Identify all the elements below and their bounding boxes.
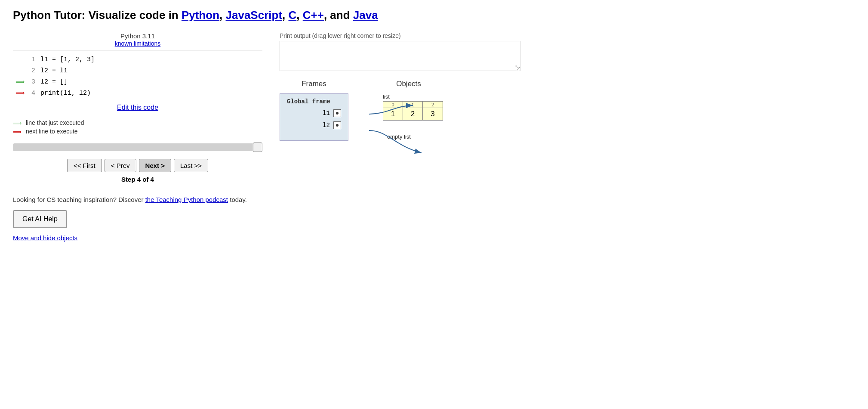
python-link[interactable]: Python — [182, 9, 219, 22]
python-version: Python 3.11 — [13, 32, 262, 40]
next-button[interactable]: Next > — [139, 159, 171, 172]
pointer-dot-l1 — [336, 112, 339, 115]
title-prefix: Python Tutor: Visualize code in — [13, 9, 182, 22]
cell-index-2: 2 — [423, 102, 443, 108]
podcast-link[interactable]: the Teaching Python podcast — [145, 196, 228, 203]
list-cells: 0 1 1 2 2 3 — [383, 101, 443, 121]
legend-red-text: next line to execute — [26, 128, 78, 135]
main-layout: Python 3.11 known limitations ⟹ 1 l1 = [… — [13, 32, 855, 242]
slider-container — [13, 143, 262, 153]
resize-corner: ⤡ — [515, 64, 519, 70]
var-l2: l2 — [320, 122, 330, 129]
legend: line that just executed next line to exe… — [13, 119, 262, 135]
cell-value-1: 2 — [407, 108, 418, 120]
ai-help-button[interactable]: Get AI Help — [13, 210, 67, 228]
legend-green: line that just executed — [13, 119, 262, 126]
line-code-4: print(l1, l2) — [40, 90, 91, 97]
edit-link-container: Edit this code — [13, 104, 262, 112]
print-output-label: Print output (drag lower right corner to… — [280, 32, 855, 39]
line-code-1: l1 = [1, 2, 3] — [40, 56, 95, 63]
line-num-1: 1 — [27, 56, 35, 63]
frames-header: Frames — [302, 80, 326, 88]
objects-header: Objects — [396, 80, 421, 88]
pointer-l2 — [333, 121, 341, 129]
arrow-3-green: ⟹ — [13, 78, 25, 86]
prev-button[interactable]: < Prev — [105, 159, 136, 172]
code-line-1: ⟹ 1 l1 = [1, 2, 3] — [13, 54, 262, 65]
var-l1: l1 — [320, 110, 330, 117]
left-panel: Python 3.11 known limitations ⟹ 1 l1 = [… — [13, 32, 262, 242]
step-slider[interactable] — [13, 143, 262, 151]
legend-green-arrow — [13, 120, 22, 126]
page-title: Python Tutor: Visualize code in Python, … — [13, 9, 855, 22]
java-link[interactable]: Java — [353, 9, 378, 22]
frame-row-l2: l2 — [287, 121, 341, 129]
empty-list-label: empty list — [387, 133, 411, 140]
cell-value-0: 1 — [388, 108, 398, 120]
legend-green-text: line that just executed — [26, 119, 84, 126]
line-code-2: l2 = l1 — [40, 67, 68, 74]
edit-code-link[interactable]: Edit this code — [117, 104, 158, 111]
code-line-2: ⟹ 2 l2 = l1 — [13, 65, 262, 76]
global-frame-box: Global frame l1 l2 — [280, 93, 348, 141]
code-header: Python 3.11 known limitations — [13, 32, 262, 47]
last-button[interactable]: Last >> — [174, 159, 208, 172]
code-line-3: ⟹ 3 l2 = [] — [13, 76, 262, 87]
pointer-dot-l2 — [336, 124, 339, 127]
podcast-text: Looking for CS teaching inspiration? Dis… — [13, 196, 262, 203]
line-num-4: 4 — [27, 90, 35, 97]
right-panel: Print output (drag lower right corner to… — [280, 32, 855, 141]
nav-buttons: << First < Prev Next > Last >> — [13, 159, 262, 172]
frames-column: Frames Global frame l1 l2 — [280, 80, 348, 141]
list-label: list — [383, 93, 443, 100]
global-frame-title: Global frame — [287, 98, 341, 105]
pointer-l1 — [333, 109, 341, 117]
frames-objects-area: Frames Global frame l1 l2 — [280, 80, 855, 141]
line-code-3: l2 = [] — [40, 78, 68, 86]
line-num-2: 2 — [27, 67, 35, 74]
code-line-4: ⟹ 4 print(l1, l2) — [13, 87, 262, 99]
step-info: Step 4 of 4 — [13, 176, 262, 183]
code-block: ⟹ 1 l1 = [1, 2, 3] ⟹ 2 l2 = l1 ⟹ 3 l2 = … — [13, 50, 262, 99]
legend-red-arrow — [13, 128, 22, 134]
move-objects-link[interactable]: Move and hide objects — [13, 234, 262, 242]
podcast-text-after: today. — [228, 196, 247, 203]
frame-row-l1: l1 — [287, 109, 341, 117]
cell-index-1: 1 — [403, 102, 422, 108]
list-cell-0: 0 1 — [383, 102, 403, 120]
cell-index-0: 0 — [383, 102, 403, 108]
line-num-3: 3 — [27, 78, 35, 86]
podcast-text-before: Looking for CS teaching inspiration? Dis… — [13, 196, 145, 203]
arrow-1: ⟹ — [13, 56, 25, 64]
known-limitations-link[interactable]: known limitations — [115, 40, 161, 47]
legend-red: next line to execute — [13, 128, 262, 135]
cpp-link[interactable]: C++ — [303, 9, 324, 22]
cell-value-2: 3 — [427, 108, 438, 120]
list-object: list 0 1 1 2 2 3 — [383, 93, 443, 121]
list-cell-2: 2 3 — [423, 102, 443, 120]
arrow-2: ⟹ — [13, 67, 25, 75]
javascript-link[interactable]: JavaScript — [226, 9, 283, 22]
first-button[interactable]: << First — [67, 159, 102, 172]
objects-column: Objects list 0 1 1 2 2 — [374, 80, 443, 140]
print-output-box[interactable]: ⤡ — [280, 41, 520, 71]
c-link[interactable]: C — [289, 9, 297, 22]
arrow-4-red: ⟹ — [13, 89, 25, 97]
list-cell-1: 1 2 — [403, 102, 423, 120]
